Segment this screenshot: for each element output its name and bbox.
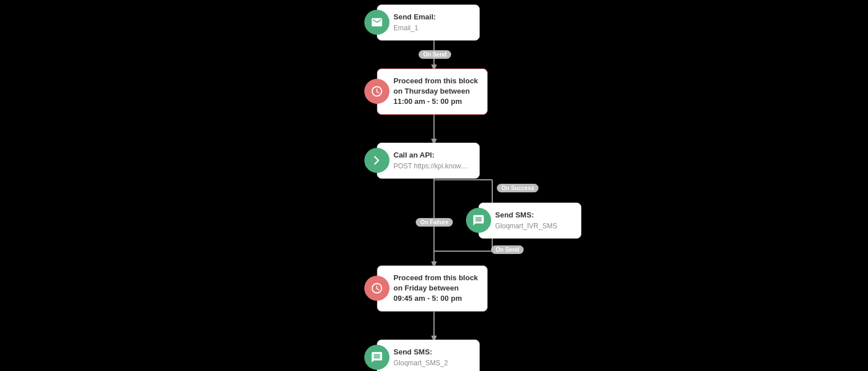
send-email-node[interactable]: Send Email: Email_1 [377, 5, 480, 41]
sms-icon-2 [364, 345, 389, 370]
clock-icon-1 [364, 79, 389, 104]
sms-icon-1 [466, 208, 491, 233]
call-api-title: Call an API: [393, 150, 470, 160]
chevron-icon [364, 148, 389, 173]
label-on-success: On Success [497, 184, 539, 192]
send-email-sub: Email_1 [393, 23, 470, 33]
call-api-sub: POST https://kpi.know.... [393, 162, 470, 171]
send-sms-1-title: Send SMS: [495, 210, 572, 220]
send-sms-2-node[interactable]: Send SMS: Gloqmart_SMS_2 [377, 340, 480, 371]
label-on-send-2: On Send [491, 245, 524, 254]
time-window-2-title: Proceed from this blockon Friday between… [393, 273, 478, 304]
send-sms-1-sub: Gloqmart_IVR_SMS [495, 221, 572, 231]
time-window-1-node[interactable]: Proceed from this blockon Thursday betwe… [377, 68, 488, 115]
send-sms-2-sub: Gloqmart_SMS_2 [393, 358, 470, 368]
call-api-node[interactable]: Call an API: POST https://kpi.know.... [377, 143, 480, 179]
send-sms-1-node[interactable]: Send SMS: Gloqmart_IVR_SMS [479, 203, 581, 239]
time-window-2-card: Proceed from this blockon Friday between… [377, 265, 488, 312]
time-window-2-node[interactable]: Proceed from this blockon Friday between… [377, 265, 488, 312]
send-email-card: Send Email: Email_1 [377, 5, 480, 41]
send-email-title: Send Email: [393, 12, 470, 22]
clock-icon-2 [364, 276, 389, 301]
flow-canvas: On Send On Success On Failure On Send Se… [0, 0, 868, 371]
time-window-1-title: Proceed from this blockon Thursday betwe… [393, 76, 478, 107]
time-window-1-card: Proceed from this blockon Thursday betwe… [377, 68, 488, 115]
send-sms-2-card: Send SMS: Gloqmart_SMS_2 [377, 340, 480, 371]
label-on-send-1: On Send [419, 50, 451, 59]
label-on-failure: On Failure [416, 218, 453, 227]
send-sms-2-title: Send SMS: [393, 347, 470, 357]
send-sms-1-card: Send SMS: Gloqmart_IVR_SMS [479, 203, 581, 239]
call-api-card: Call an API: POST https://kpi.know.... [377, 143, 480, 179]
email-icon [364, 10, 389, 35]
